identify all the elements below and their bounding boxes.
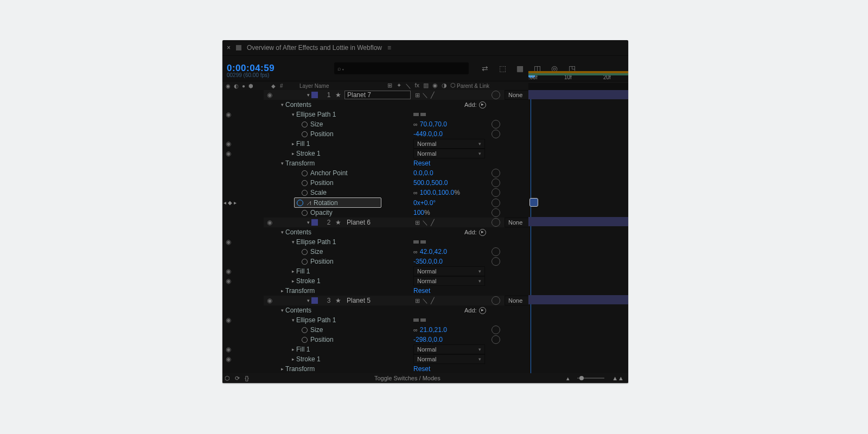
- selected-property-box[interactable]: ⩘ Rotation: [294, 197, 381, 208]
- expression-pickwhip-icon[interactable]: [492, 169, 500, 177]
- stopwatch-icon[interactable]: [301, 326, 308, 334]
- value-link[interactable]: -449.0,0.0: [413, 130, 443, 138]
- blend-mode-dropdown[interactable]: Normal▾: [413, 276, 485, 286]
- transform-group[interactable]: ▸Transform Reset: [264, 364, 528, 374]
- stopwatch-icon[interactable]: [301, 189, 308, 196]
- expression-pickwhip-icon[interactable]: [492, 130, 500, 138]
- contents-group[interactable]: ▾ Contents Add:▸: [264, 100, 528, 110]
- expression-pickwhip-icon[interactable]: [492, 188, 500, 197]
- footer-icon[interactable]: ⬡: [222, 375, 232, 382]
- stopwatch-icon[interactable]: [301, 130, 308, 138]
- layer-name[interactable]: Planet 6: [344, 219, 410, 226]
- cti-hairline[interactable]: [531, 90, 531, 375]
- contents-group[interactable]: ▾Contents Add:▸: [264, 227, 528, 237]
- layer-row[interactable]: ◉ ▾ 1 ★ Planet 7 ⊞＼╱ None▾: [264, 90, 528, 100]
- transform-group[interactable]: ▾Transform Reset: [264, 158, 528, 168]
- layer-duration-bar[interactable]: [528, 295, 628, 304]
- blend-mode-dropdown[interactable]: Normal▾: [413, 266, 485, 276]
- ellipse-path-group[interactable]: ◉ ▾Ellipse Path 1: [264, 110, 528, 119]
- layer-duration-bar[interactable]: [528, 217, 628, 226]
- visibility-toggle[interactable]: ◉: [226, 111, 231, 118]
- expression-pickwhip-icon[interactable]: [492, 120, 500, 129]
- ellipse-path-group[interactable]: ◉▾Ellipse Path 1: [264, 237, 528, 247]
- pickwhip-icon[interactable]: [492, 296, 500, 305]
- value-link[interactable]: 100: [413, 209, 424, 216]
- stopwatch-icon[interactable]: [301, 169, 308, 177]
- add-shape-button[interactable]: Add:▸: [464, 101, 486, 108]
- layer-name[interactable]: Planet 5: [344, 297, 410, 304]
- layer-label-swatch[interactable]: [311, 92, 318, 98]
- fill-group[interactable]: ◉▸Fill 1 Normal▾: [264, 139, 528, 149]
- switch-icon[interactable]: ⊞: [413, 92, 421, 99]
- stopwatch-icon[interactable]: [301, 336, 308, 343]
- expression-pickwhip-icon[interactable]: [492, 257, 500, 266]
- blend-mode-dropdown[interactable]: Normal▾: [413, 344, 485, 354]
- reset-link[interactable]: Reset: [413, 365, 430, 373]
- value-link[interactable]: -298.0,0.0: [413, 336, 443, 343]
- add-shape-button[interactable]: Add:▸: [464, 229, 486, 236]
- stopwatch-icon[interactable]: [301, 120, 308, 128]
- property-rotation[interactable]: ◂ ◆ ▸ ⩘ Rotation 0x+0.0°: [264, 197, 528, 208]
- add-shape-button[interactable]: Add:▸: [464, 307, 486, 314]
- contents-group[interactable]: ▾Contents Add:▸: [264, 305, 528, 315]
- footer-icon[interactable]: {}: [242, 375, 252, 381]
- timeline-track-area[interactable]: [528, 90, 628, 375]
- value-link[interactable]: 100.0,100.0: [420, 189, 454, 196]
- layer-row[interactable]: ◉ ▾ 2 ★ Planet 6 ⊞＼╱ None▾: [264, 218, 528, 227]
- stopwatch-icon[interactable]: [301, 248, 308, 256]
- zoom-in-icon[interactable]: ▲▲: [612, 375, 624, 381]
- visibility-toggle[interactable]: ◉: [267, 219, 272, 226]
- stroke-group[interactable]: ◉▸Stroke 1 Normal▾: [264, 354, 528, 364]
- twirl-icon[interactable]: ▾: [305, 92, 311, 98]
- fill-group[interactable]: ◉▸Fill 1 Normal▾: [264, 266, 528, 276]
- ellipse-path-group[interactable]: ◉▾Ellipse Path 1: [264, 315, 528, 325]
- reset-link[interactable]: Reset: [413, 159, 430, 167]
- blend-mode-dropdown[interactable]: Normal▾: [413, 149, 485, 158]
- switch-icon[interactable]: ╱: [429, 92, 436, 99]
- stopwatch-icon[interactable]: [301, 258, 308, 265]
- constrain-icon[interactable]: ∞: [413, 121, 418, 127]
- draft3d-icon[interactable]: ⬚: [496, 62, 509, 75]
- expression-pickwhip-icon[interactable]: [492, 335, 500, 344]
- expression-pickwhip-icon[interactable]: [492, 199, 500, 207]
- value-link[interactable]: 500.0,500.0: [413, 179, 448, 187]
- expression-pickwhip-icon[interactable]: [492, 247, 500, 256]
- stopwatch-icon[interactable]: [301, 179, 308, 187]
- layer-duration-bar[interactable]: [528, 90, 628, 99]
- value-link[interactable]: 0x+0.0°: [413, 199, 436, 207]
- stroke-group[interactable]: ◉▸Stroke 1 Normal▾: [264, 149, 528, 158]
- reset-link[interactable]: Reset: [413, 287, 430, 295]
- search-input[interactable]: ⌕▾: [334, 62, 469, 74]
- tab-menu-icon[interactable]: ≡: [387, 44, 391, 52]
- fill-group[interactable]: ◉▸Fill 1 Normal▾: [264, 344, 528, 354]
- visibility-toggle[interactable]: ◉: [267, 297, 272, 304]
- visibility-toggle[interactable]: ◉: [267, 91, 272, 99]
- tab-title[interactable]: Overview of After Effects and Lottie in …: [247, 44, 382, 52]
- value-link[interactable]: 70.0,70.0: [420, 120, 447, 128]
- value-link[interactable]: -350.0,0.0: [413, 258, 443, 265]
- value-link[interactable]: 21.0,21.0: [420, 326, 447, 334]
- keyframe-nav[interactable]: ◂ ◆ ▸: [224, 200, 237, 206]
- toggle-switches-button[interactable]: Toggle Switches / Modes: [374, 375, 441, 381]
- zoom-slider[interactable]: [577, 378, 604, 379]
- keyframe-marker[interactable]: [529, 198, 538, 207]
- blend-mode-dropdown[interactable]: Normal▾: [413, 139, 485, 149]
- close-icon[interactable]: ×: [227, 44, 231, 52]
- layer-row[interactable]: ◉ ▾ 3 ★ Planet 5 ⊞＼╱ None▾: [264, 296, 528, 305]
- footer-icon[interactable]: ⟳: [232, 375, 242, 382]
- blend-mode-dropdown[interactable]: Normal▾: [413, 354, 485, 364]
- switch-icon[interactable]: ＼: [421, 91, 429, 99]
- expression-pickwhip-icon[interactable]: [492, 178, 500, 187]
- transform-group[interactable]: ▸Transform Reset: [264, 286, 528, 296]
- shape-direction-icon[interactable]: [413, 113, 426, 116]
- stopwatch-active-icon[interactable]: [297, 200, 303, 206]
- pickwhip-icon[interactable]: [492, 218, 500, 227]
- twirl-icon[interactable]: ▾: [279, 102, 285, 107]
- layer-name-input[interactable]: Planet 7: [344, 91, 411, 99]
- zoom-out-icon[interactable]: ▴: [566, 375, 570, 382]
- expression-pickwhip-icon[interactable]: [492, 208, 500, 217]
- expression-pickwhip-icon[interactable]: [492, 326, 500, 334]
- stroke-group[interactable]: ◉▸Stroke 1 Normal▾: [264, 276, 528, 286]
- value-link[interactable]: 42.0,42.0: [420, 248, 447, 256]
- stopwatch-icon[interactable]: [301, 209, 308, 216]
